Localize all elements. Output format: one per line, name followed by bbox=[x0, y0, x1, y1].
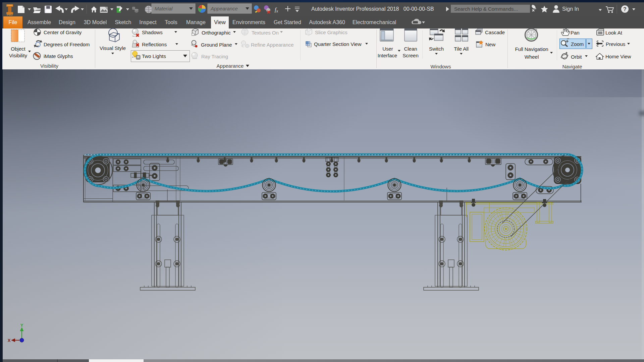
svg-text:X: X bbox=[8, 338, 11, 343]
svg-text:Y: Y bbox=[20, 323, 23, 328]
